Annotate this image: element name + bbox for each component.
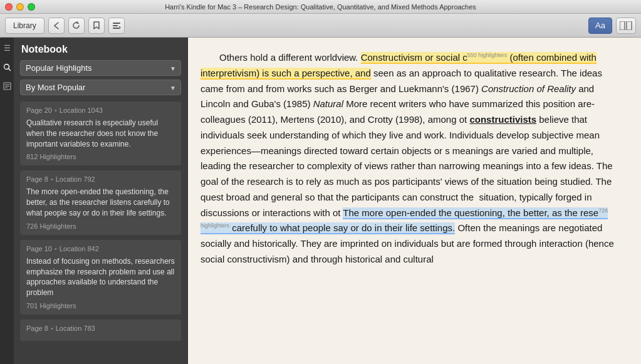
highlights-type-dropdown[interactable]: Popular Highlights My Highlights Notes	[20, 60, 181, 76]
sidebar-title: Notebook	[14, 38, 187, 60]
highlight-count-3: 701 Highlighters	[26, 302, 175, 309]
highlight-location-1: Location 1043	[60, 107, 103, 114]
highlights-dropdown-container: Popular Highlights My Highlights Notes ▼	[20, 60, 181, 76]
highlight-count-2: 726 Highlighters	[26, 222, 175, 230]
svg-rect-3	[620, 21, 625, 30]
minimize-button[interactable]	[16, 3, 24, 11]
svg-rect-2	[113, 28, 119, 29]
main-layout: ☰ Notebook Popular Highlights My Highlig…	[0, 38, 641, 364]
svg-rect-4	[627, 21, 632, 30]
title-bar: Harri's Kindle for Mac 3 – Research Desi…	[0, 0, 641, 14]
svg-point-5	[4, 64, 9, 69]
navigation-button[interactable]	[108, 18, 125, 34]
refresh-button[interactable]	[68, 18, 85, 34]
back-button[interactable]	[48, 18, 65, 34]
bold-constructivists: constructivists	[469, 114, 536, 125]
svg-rect-0	[113, 23, 120, 24]
highlight-list: Page 20 • Location 1043 Qualitative rese…	[14, 99, 187, 364]
highlight-text-2: The more open-ended the questioning, the…	[26, 187, 175, 218]
highlight-text-3: Instead of focusing on methods, research…	[26, 256, 175, 298]
highlight-text-1: Qualitative research is especially usefu…	[26, 118, 175, 149]
svg-line-6	[8, 68, 11, 71]
highlight-meta-3: Page 10 • Location 842	[26, 245, 175, 252]
highlight-meta-1: Page 20 • Location 1043	[26, 107, 175, 114]
sort-dropdown-container: By Most Popular By Location By Date ▼	[20, 80, 181, 95]
book-content[interactable]: Others hold a different worldview. Const…	[188, 38, 641, 364]
highlight-card-3[interactable]: Page 10 • Location 842 Instead of focusi…	[20, 240, 181, 315]
italic-book-title-2: Natura­l	[313, 98, 343, 109]
highlight-page-2: Page 8	[26, 175, 48, 183]
highlight-meta-2: Page 8 • Location 792	[26, 175, 175, 183]
window-controls	[5, 3, 35, 11]
highlight-card-2[interactable]: Page 8 • Location 792 The more open-ende…	[20, 170, 181, 234]
highlight-count-1: 812 Highlighters	[26, 153, 175, 160]
highlight-location-2: Location 792	[56, 175, 95, 183]
close-button[interactable]	[5, 3, 13, 11]
italic-book-title-1: Construction of Reality	[481, 83, 576, 94]
maximize-button[interactable]	[28, 3, 35, 11]
highlight-meta-4: Page 8 • Location 783	[26, 325, 175, 332]
sidebar-icon-strip: ☰	[0, 38, 14, 364]
layout-button[interactable]	[616, 18, 636, 34]
highlight-location-4: Location 783	[56, 325, 95, 332]
book-text: Others hold a different worldview. Const…	[201, 50, 622, 268]
sort-order-dropdown[interactable]: By Most Popular By Location By Date	[20, 80, 181, 95]
menu-icon[interactable]: ☰	[1, 43, 13, 54]
svg-rect-1	[113, 25, 118, 26]
sidebar-inner: Notebook Popular Highlights My Highlight…	[14, 38, 187, 364]
highlight-constructivism: Constructivism or social c550 highlighte…	[201, 52, 597, 80]
highlight-open-ended: The more open-ended the questioning, the…	[201, 207, 608, 235]
highlight-card-1[interactable]: Page 20 • Location 1043 Qualitative rese…	[20, 101, 181, 165]
library-button[interactable]: Library	[5, 18, 44, 34]
bookmark-button[interactable]	[88, 18, 105, 34]
toolbar: Library Aa	[0, 14, 641, 38]
highlight-page-1: Page 20	[26, 107, 52, 114]
highlight-page-4: Page 8	[26, 325, 48, 332]
window-title: Harri's Kindle for Mac 3 – Research Desi…	[165, 3, 476, 11]
notes-icon[interactable]	[1, 80, 13, 91]
highlight-card-4[interactable]: Page 8 • Location 783	[20, 320, 181, 341]
highlight-page-3: Page 10	[26, 245, 52, 252]
font-button[interactable]: Aa	[588, 18, 612, 34]
sidebar: Notebook Popular Highlights My Highlight…	[0, 38, 188, 364]
highlight-location-3: Location 842	[60, 245, 99, 252]
search-icon[interactable]	[1, 61, 13, 73]
